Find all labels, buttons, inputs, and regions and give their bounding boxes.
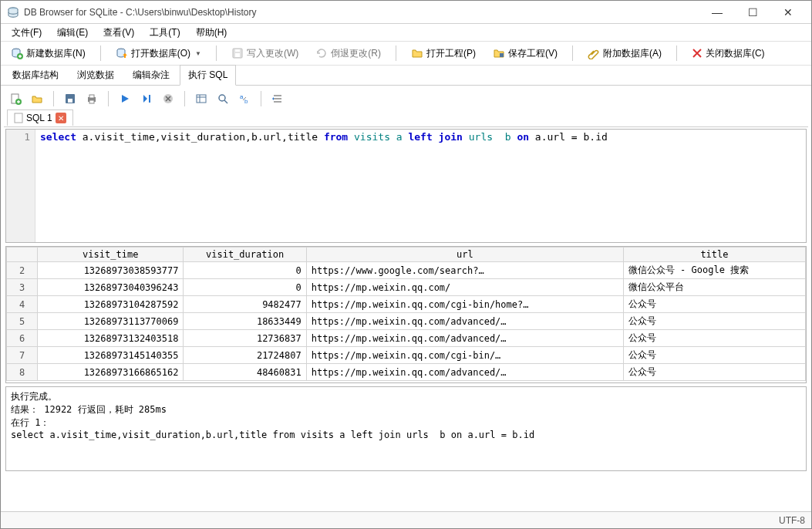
cell-title[interactable]: 公众号	[623, 347, 805, 364]
svg-rect-17	[197, 95, 206, 103]
table-row[interactable]: 81326897316686516248460831https://mp.wei…	[7, 364, 806, 381]
svg-rect-14	[89, 100, 94, 103]
new-sql-tab-button[interactable]	[7, 90, 24, 107]
close-db-label: 关闭数据库(C)	[706, 47, 765, 60]
cell-url[interactable]: https://mp.weixin.qq.com/cgi-bin/home?…	[306, 296, 623, 313]
cell-title[interactable]: 微信公众号 - Google 搜索	[623, 262, 805, 279]
menu-edit[interactable]: 编辑(E)	[51, 25, 94, 41]
print-button[interactable]	[83, 90, 100, 107]
cell-title[interactable]: 公众号	[623, 330, 805, 347]
cell-title[interactable]: 公众号	[623, 364, 805, 381]
cell-visit-duration[interactable]: 18633449	[184, 313, 306, 330]
menu-tools[interactable]: 工具(T)	[143, 25, 186, 41]
indent-button[interactable]	[269, 90, 286, 107]
menu-view[interactable]: 查看(V)	[97, 25, 140, 41]
cell-visit-time[interactable]: 13268973113770069	[38, 313, 184, 330]
save-project-label: 保存工程(V)	[508, 47, 558, 60]
svg-rect-7	[500, 53, 504, 57]
cell-visit-duration[interactable]: 0	[184, 279, 306, 296]
table-row[interactable]: 2132689730385937770https://www.google.co…	[7, 262, 806, 279]
stop-button[interactable]	[160, 90, 177, 107]
find-replace-button[interactable]: ab	[236, 90, 253, 107]
cell-title[interactable]: 公众号	[623, 313, 805, 330]
kw-left: left	[408, 131, 432, 143]
window-title: DB Browser for SQLite - C:\Users\binwu\D…	[24, 7, 700, 18]
log-line: 结果： 12922 行返回，耗时 285ms	[11, 404, 167, 415]
save-results-button[interactable]	[193, 90, 210, 107]
cell-visit-duration[interactable]: 9482477	[184, 296, 306, 313]
cell-url[interactable]: https://mp.weixin.qq.com/cgi-bin/…	[306, 347, 623, 364]
menu-help[interactable]: 帮助(H)	[190, 25, 234, 41]
cell-visit-duration[interactable]: 0	[184, 262, 306, 279]
run-button[interactable]	[116, 90, 133, 107]
sql-code[interactable]: select a.visit_time,visit_duration,b.url…	[35, 130, 806, 242]
save-sql-button[interactable]	[62, 90, 79, 107]
cell-url[interactable]: https://mp.weixin.qq.com/advanced/…	[306, 313, 623, 330]
menu-file[interactable]: 文件(F)	[5, 25, 48, 41]
minimize-button[interactable]: —	[700, 2, 734, 23]
cell-url[interactable]: https://www.google.com/search?…	[306, 262, 623, 279]
attach-db-button[interactable]: 附加数据库(A)	[582, 45, 667, 62]
attach-db-label: 附加数据库(A)	[603, 47, 662, 60]
close-db-button[interactable]: 关闭数据库(C)	[686, 45, 770, 62]
undo-icon	[315, 47, 328, 59]
cell-visit-time[interactable]: 13268973132403518	[38, 330, 184, 347]
tab-structure[interactable]: 数据库结构	[4, 65, 67, 85]
row-number: 8	[7, 364, 38, 381]
col-rownum[interactable]	[7, 248, 38, 262]
separator	[396, 45, 396, 61]
open-db-label: 打开数据库(O)	[131, 47, 190, 60]
table-row[interactable]: 3132689730403962430https://mp.weixin.qq.…	[7, 279, 806, 296]
write-changes-button[interactable]: 写入更改(W)	[226, 45, 304, 62]
separator	[261, 91, 261, 106]
database-open-icon	[116, 47, 128, 59]
close-button[interactable]: ✕	[771, 2, 805, 23]
tab-pragmas[interactable]: 编辑杂注	[124, 65, 178, 85]
sql-fields: a.visit_time,visit_duration,b.url,title	[83, 131, 318, 143]
cell-visit-time[interactable]: 13268973038593777	[38, 262, 184, 279]
write-changes-label: 写入更改(W)	[247, 47, 298, 60]
col-title[interactable]: title	[623, 248, 805, 262]
tab-execute-sql[interactable]: 执行 SQL	[180, 65, 236, 86]
log-pane[interactable]: 执行完成。 结果： 12922 行返回，耗时 285ms 在行 1： selec…	[5, 386, 807, 471]
results-table: visit_time visit_duration url title 2132…	[6, 247, 806, 381]
cell-visit-time[interactable]: 13268973040396243	[38, 279, 184, 296]
cell-visit-time[interactable]: 13268973104287592	[38, 296, 184, 313]
maximize-button[interactable]: ☐	[736, 2, 770, 23]
sql-alias1: a	[396, 131, 403, 143]
open-db-button[interactable]: 打开数据库(O) ▼	[110, 45, 207, 62]
results-pane[interactable]: visit_time visit_duration url title 2132…	[5, 246, 807, 383]
table-row[interactable]: 4132689731042875929482477https://mp.weix…	[7, 296, 806, 313]
row-number: 7	[7, 347, 38, 364]
tab-browse[interactable]: 浏览数据	[69, 65, 123, 85]
cell-title[interactable]: 公众号	[623, 296, 805, 313]
table-row[interactable]: 51326897311377006918633449https://mp.wei…	[7, 313, 806, 330]
new-db-button[interactable]: 新建数据库(N)	[5, 45, 91, 62]
table-row[interactable]: 71326897314514035521724807https://mp.wei…	[7, 347, 806, 364]
col-url[interactable]: url	[306, 248, 623, 262]
cell-url[interactable]: https://mp.weixin.qq.com/	[306, 279, 623, 296]
close-tab-button[interactable]: ✕	[56, 113, 66, 123]
cell-visit-duration[interactable]: 21724807	[184, 347, 306, 364]
cell-visit-time[interactable]: 13268973166865162	[38, 364, 184, 381]
table-header-row: visit_time visit_duration url title	[7, 248, 806, 262]
open-project-button[interactable]: 打开工程(P)	[406, 45, 481, 62]
cell-visit-duration[interactable]: 48460831	[184, 364, 306, 381]
col-visit-time[interactable]: visit_time	[38, 248, 184, 262]
col-visit-duration[interactable]: visit_duration	[184, 248, 306, 262]
revert-changes-button[interactable]: 倒退更改(R)	[310, 45, 386, 62]
open-sql-button[interactable]	[29, 90, 45, 107]
cell-visit-duration[interactable]: 12736837	[184, 330, 306, 347]
run-line-button[interactable]	[138, 90, 155, 107]
cell-title[interactable]: 微信公众平台	[623, 279, 805, 296]
sql-condition: a.url = b.id	[535, 131, 608, 143]
sql-editor[interactable]: 1 select a.visit_time,visit_duration,b.u…	[5, 129, 807, 243]
svg-rect-21	[15, 113, 22, 123]
cell-url[interactable]: https://mp.weixin.qq.com/advanced/…	[306, 330, 623, 347]
sql-tab-1[interactable]: SQL 1 ✕	[7, 110, 73, 126]
cell-visit-time[interactable]: 13268973145140355	[38, 347, 184, 364]
save-project-button[interactable]: 保存工程(V)	[487, 45, 563, 62]
find-button[interactable]	[214, 90, 231, 107]
cell-url[interactable]: https://mp.weixin.qq.com/advanced/…	[306, 364, 623, 381]
table-row[interactable]: 61326897313240351812736837https://mp.wei…	[7, 330, 806, 347]
